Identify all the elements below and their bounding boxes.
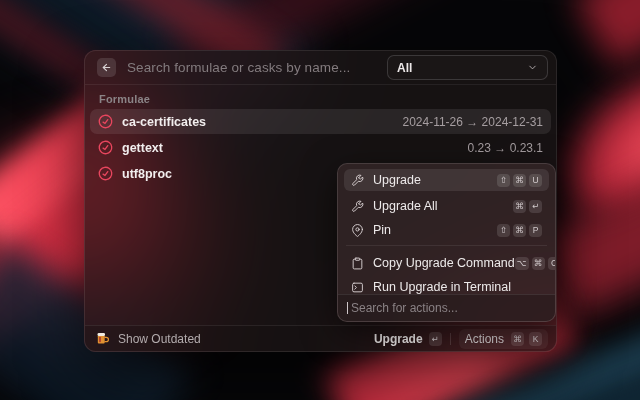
section-header: Formulae [99, 93, 542, 105]
menu-item-copy-upgrade-command[interactable]: Copy Upgrade Command ⌥ ⌘ C [344, 254, 549, 272]
menu-item-label: Upgrade All [373, 199, 513, 213]
shift-keycap: ⇧ [497, 224, 510, 237]
action-search-input[interactable]: Search for actions... [351, 301, 458, 315]
menu-item-label: Run Upgrade in Terminal [373, 280, 542, 294]
menu-item-upgrade[interactable]: Upgrade ⇧ ⌘ U [344, 169, 549, 191]
menu-item-label: Copy Upgrade Command [373, 256, 515, 270]
cmd-keycap: ⌘ [511, 332, 524, 346]
formula-name: gettext [122, 141, 468, 155]
map-pin-icon [351, 224, 364, 237]
text-caret [347, 302, 348, 314]
menu-item-upgrade-all[interactable]: Upgrade All ⌘ ↵ [344, 197, 549, 215]
action-menu-list: Upgrade ⇧ ⌘ U Upgrade All ⌘ ↵ Pin ⇧ [338, 164, 555, 296]
list-item[interactable]: ca-certificates 2024-11-26 → 2024-12-31 [90, 109, 551, 134]
menu-item-pin[interactable]: Pin ⇧ ⌘ P [344, 221, 549, 239]
menu-item-label: Upgrade [373, 173, 497, 187]
enter-keycap: ↵ [529, 200, 542, 213]
check-circle-icon [97, 113, 114, 130]
terminal-icon [351, 281, 364, 294]
actions-menu-button[interactable]: Actions ⌘ K [459, 329, 548, 349]
footer-divider [450, 333, 451, 345]
c-keycap: C [548, 257, 555, 270]
shift-keycap: ⇧ [497, 174, 510, 187]
filter-dropdown[interactable]: All [387, 55, 548, 80]
cmd-keycap: ⌘ [513, 224, 526, 237]
formula-name: ca-certificates [122, 115, 402, 129]
check-circle-icon [97, 139, 114, 156]
cmd-keycap: ⌘ [532, 257, 545, 270]
wrench-icon [351, 174, 364, 187]
u-keycap: U [529, 174, 542, 187]
status-bar: Show Outdated Upgrade ↵ Actions ⌘ K [85, 325, 556, 351]
k-keycap: K [529, 332, 542, 346]
chevron-down-icon [527, 62, 538, 73]
check-circle-icon [97, 165, 114, 182]
clipboard-icon [351, 257, 364, 270]
beer-mug-icon [95, 331, 110, 346]
show-outdated-label[interactable]: Show Outdated [118, 332, 374, 346]
menu-divider [346, 245, 547, 246]
upgrade-primary-action[interactable]: Upgrade [374, 332, 423, 346]
p-keycap: P [529, 224, 542, 237]
action-search-bar[interactable]: Search for actions... [338, 294, 555, 321]
wrench-icon [351, 200, 364, 213]
formula-versions: 0.23 → 0.23.1 [468, 141, 543, 155]
cmd-keycap: ⌘ [513, 200, 526, 213]
menu-item-label: Pin [373, 223, 497, 237]
list-item[interactable]: gettext 0.23 → 0.23.1 [90, 135, 551, 160]
cmd-keycap: ⌘ [513, 174, 526, 187]
filter-dropdown-value: All [397, 61, 527, 75]
action-menu-panel: Upgrade ⇧ ⌘ U Upgrade All ⌘ ↵ Pin ⇧ [337, 163, 556, 322]
search-bar: Search formulae or casks by name... All [85, 51, 556, 85]
enter-keycap: ↵ [429, 332, 442, 346]
actions-label: Actions [465, 332, 504, 346]
option-keycap: ⌥ [515, 257, 529, 270]
formula-versions: 2024-11-26 → 2024-12-31 [402, 115, 543, 129]
arrow-left-icon [101, 62, 112, 73]
back-button[interactable] [97, 58, 116, 77]
